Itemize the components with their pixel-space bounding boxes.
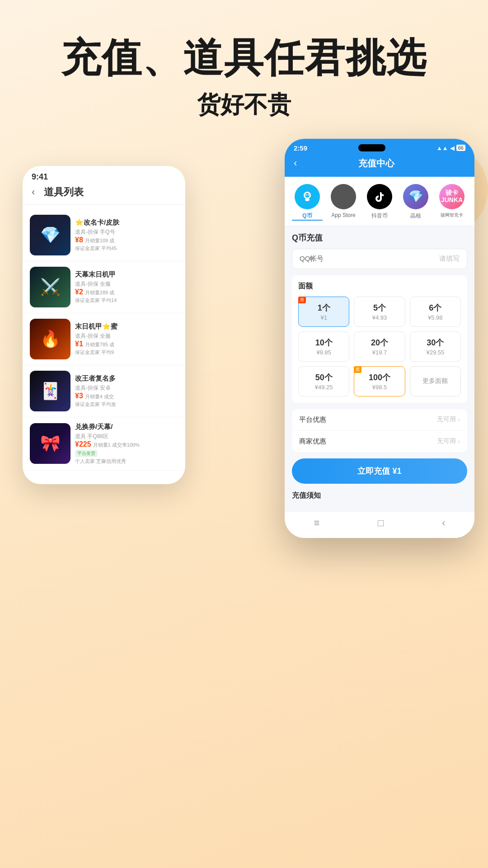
item-sales-2: 月销量289 成: [85, 290, 114, 295]
denom-count-20: 20个: [358, 337, 401, 348]
item-price-1: ¥8: [75, 236, 83, 244]
back-phone-status-time: 9:41: [23, 166, 185, 185]
merchant-discount-value: 无可用: [437, 437, 456, 445]
tab-tiktok[interactable]: 抖音币: [361, 184, 398, 225]
item-sales-4: 月销量4 成交: [85, 394, 114, 399]
hero-title: 充值、道具任君挑选: [27, 36, 461, 80]
back-phone-back-arrow[interactable]: ‹: [32, 186, 35, 198]
denom-6[interactable]: 6个 ¥5.98: [410, 297, 461, 327]
denom-price-5: ¥4.93: [358, 314, 401, 321]
tab-appstore[interactable]: App Store: [325, 184, 361, 225]
denom-more-label: 更多面额: [422, 377, 448, 385]
item-name-3: 末日机甲⭐蜜: [75, 322, 165, 331]
back-phone: 9:41 ‹ 道具列表 ⭐改名卡/皮肤 道具-担保 手Q号 ¥8月销量109 成…: [23, 166, 185, 484]
item-image-3: [30, 319, 70, 359]
front-back-arrow-icon[interactable]: ‹: [294, 157, 297, 169]
platform-discount-row[interactable]: 平台优惠 无可用 ›: [292, 409, 467, 431]
denom-50[interactable]: 50个 ¥49.25: [298, 366, 349, 396]
front-content: Q币充值 QQ帐号 请填写 面额 惠 1个 ¥1: [285, 225, 474, 511]
item-image-4: [30, 371, 70, 411]
item-guarantee-4: 保证金卖家 平均发: [75, 401, 178, 408]
item-desc-4: 道具-担保 安卓: [75, 384, 165, 392]
item-info-2: 天幕末日机甲 道具-担保 全服 ¥2月销量289 成 保证金卖家 平均14: [70, 270, 178, 304]
battery-icon: 66: [456, 145, 465, 151]
denom-price-10: ¥9.85: [302, 349, 345, 356]
denom-price-20: ¥19.7: [358, 349, 401, 356]
item-list: ⭐改名卡/皮肤 道具-担保 手Q号 ¥8月销量109 成 保证金卖家 平均45 …: [23, 205, 185, 475]
list-item[interactable]: 天幕末日机甲 道具-担保 全服 ¥2月销量289 成 保证金卖家 平均14: [23, 261, 185, 313]
merchant-discount-label: 商家优惠: [299, 437, 437, 446]
tab-crystal[interactable]: 💎 晶核: [398, 184, 434, 225]
item-name-2: 天幕末日机甲: [75, 270, 165, 279]
merchant-discount-row[interactable]: 商家优惠 无可用 ›: [292, 431, 467, 452]
qq-account-placeholder: 请填写: [439, 255, 460, 263]
recharge-section-title: Q币充值: [292, 232, 467, 243]
item-image-1: [30, 215, 70, 255]
tab-qq-label: Q币: [302, 212, 312, 220]
item-guarantee-1: 保证金卖家 平均45: [75, 245, 178, 252]
qq-account-input-row[interactable]: QQ帐号 请填写: [292, 249, 467, 269]
item-tag-platform: 平台发货: [75, 450, 98, 457]
svg-point-1: [305, 198, 310, 201]
item-info-1: ⭐改名卡/皮肤 道具-担保 手Q号 ¥8月销量109 成 保证金卖家 平均45: [70, 218, 178, 252]
denom-badge-1: 惠: [298, 297, 306, 303]
cta-recharge-button[interactable]: 立即充值 ¥1: [292, 458, 467, 484]
qq-account-label: QQ帐号: [300, 255, 439, 263]
tab-junka[interactable]: 骏卡JUNKA 骏网智充卡: [434, 184, 470, 225]
junka-icon: 骏卡JUNKA: [439, 184, 465, 209]
tab-icons-row: Q币 App Store 抖音币 💎 晶核: [285, 177, 474, 225]
denom-price-50: ¥49.25: [302, 384, 345, 391]
platform-discount-value: 无可用: [437, 415, 456, 424]
item-sales-3: 月销量785 成: [85, 342, 114, 347]
item-sales-1: 月销量109 成: [85, 238, 114, 243]
bottom-nav-menu-icon[interactable]: ≡: [314, 517, 319, 529]
denom-100[interactable]: 惠 100个 ¥98.5: [354, 366, 405, 396]
list-item[interactable]: ⭐改名卡/皮肤 道具-担保 手Q号 ¥8月销量109 成 保证金卖家 平均45: [23, 209, 185, 261]
appstore-icon: [331, 184, 356, 209]
list-item[interactable]: 兑换券/天幕/ 道具 手Q88区 ¥225月销量1 成交率100% 平台发货 个…: [23, 417, 185, 471]
front-header-title: 充值中心: [301, 157, 451, 170]
denom-count-100: 100个: [358, 372, 401, 383]
denom-count-10: 10个: [302, 337, 345, 348]
item-sales-5: 月销量1 成交率100%: [93, 442, 140, 448]
bottom-nav-back-icon[interactable]: ‹: [442, 517, 445, 529]
denom-count-1: 1个: [302, 302, 345, 313]
item-guarantee-5: 个人卖家 芝麻信用优秀: [75, 458, 178, 465]
front-status-icons: ▲▲ ◀ 66: [436, 145, 465, 151]
item-image-5: [30, 423, 70, 464]
item-price-3: ¥1: [75, 340, 83, 348]
denom-10[interactable]: 10个 ¥9.85: [298, 331, 349, 362]
denom-more[interactable]: 更多面额: [410, 366, 461, 396]
item-desc-1: 道具-担保 手Q号: [75, 228, 165, 236]
item-desc-3: 道具-担保 全服: [75, 332, 165, 340]
item-name-1: ⭐改名卡/皮肤: [75, 218, 165, 227]
wifi-icon: ◀: [450, 145, 455, 151]
denom-price-30: ¥29.55: [414, 349, 457, 356]
denom-20[interactable]: 20个 ¥19.7: [354, 331, 405, 362]
denom-count-30: 30个: [414, 337, 457, 348]
denom-5[interactable]: 5个 ¥4.93: [354, 297, 405, 327]
denom-price-6: ¥5.98: [414, 314, 457, 321]
phones-container: 9:41 ‹ 道具列表 ⭐改名卡/皮肤 道具-担保 手Q号 ¥8月销量109 成…: [0, 139, 488, 763]
qq-icon: [295, 184, 320, 209]
denom-price-100: ¥98.5: [358, 384, 401, 391]
signal-icon: ▲▲: [436, 145, 448, 151]
item-price-4: ¥3: [75, 392, 83, 400]
options-rows: 平台优惠 无可用 › 商家优惠 无可用 ›: [292, 409, 467, 452]
tab-qq[interactable]: Q币: [289, 184, 325, 225]
denom-30[interactable]: 30个 ¥29.55: [410, 331, 461, 362]
tab-active-indicator: [292, 220, 323, 221]
merchant-discount-arrow-icon: ›: [458, 438, 460, 445]
item-price-5: ¥225: [75, 440, 91, 448]
front-status-time: 2:59: [294, 144, 307, 152]
back-phone-title: 道具列表: [44, 185, 84, 199]
denom-1[interactable]: 惠 1个 ¥1: [298, 297, 349, 327]
list-item[interactable]: 改王者复名多 道具-担保 安卓 ¥3月销量4 成交 保证金卖家 平均发: [23, 365, 185, 417]
list-item[interactable]: 末日机甲⭐蜜 道具-担保 全服 ¥1月销量785 成 保证金卖家 平均9: [23, 313, 185, 365]
item-desc-2: 道具-担保 全服: [75, 280, 165, 288]
denom-count-5: 5个: [358, 302, 401, 313]
hero-subtitle: 货好不贵: [27, 89, 461, 121]
bottom-nav-home-icon[interactable]: □: [378, 517, 384, 529]
back-phone-header: ‹ 道具列表: [23, 185, 185, 205]
tab-tiktok-label: 抖音币: [371, 212, 388, 220]
